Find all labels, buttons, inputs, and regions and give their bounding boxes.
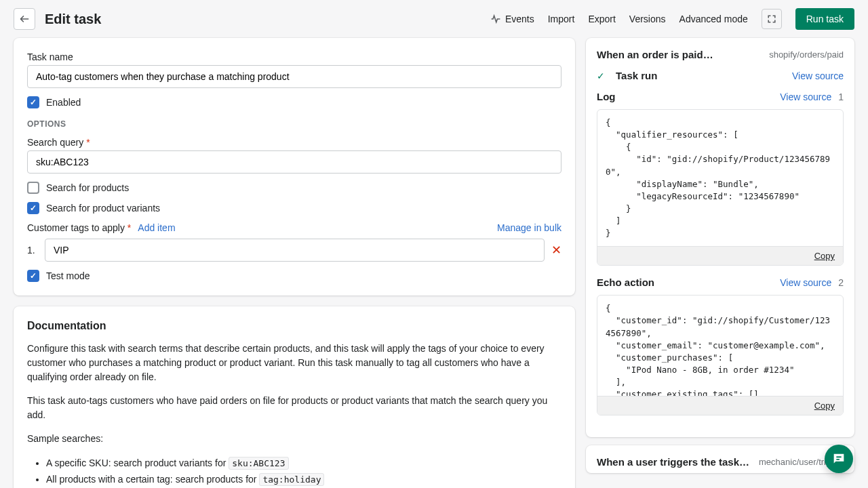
versions-link[interactable]: Versions bbox=[629, 14, 666, 24]
manage-bulk-link[interactable]: Manage in bulk bbox=[497, 222, 561, 233]
activity-icon bbox=[490, 14, 501, 24]
view-source-link[interactable]: View source bbox=[780, 277, 831, 288]
task-run-label: Task run bbox=[616, 70, 657, 81]
options-heading: OPTIONS bbox=[27, 119, 561, 129]
task-name-label: Task name bbox=[27, 52, 561, 62]
page-title: Edit task bbox=[45, 12, 101, 27]
copy-button[interactable]: Copy bbox=[814, 401, 835, 411]
help-button[interactable] bbox=[825, 445, 853, 473]
documentation-title: Documentation bbox=[27, 320, 561, 332]
trigger-title: When a user triggers the task… bbox=[597, 456, 749, 468]
echo-title: Echo action bbox=[597, 277, 654, 288]
arrow-left-icon bbox=[19, 14, 30, 24]
tags-label: Customer tags to apply * bbox=[27, 222, 131, 233]
advanced-mode-link[interactable]: Advanced mode bbox=[679, 14, 748, 24]
back-button[interactable] bbox=[14, 8, 35, 30]
remove-tag-button[interactable]: ✕ bbox=[551, 243, 561, 258]
tag-index: 1. bbox=[27, 245, 38, 256]
echo-code-block: { "customer_id": "gid://shopify/Customer… bbox=[597, 295, 844, 415]
view-source-link[interactable]: View source bbox=[780, 92, 831, 102]
log-code-block: { "qualifier_resources": [ { "id": "gid:… bbox=[597, 109, 844, 266]
log-body: { "qualifier_resources": [ { "id": "gid:… bbox=[597, 110, 843, 246]
trigger-path: shopify/orders/paid bbox=[769, 49, 844, 60]
expand-icon bbox=[766, 14, 777, 24]
test-mode-checkbox[interactable] bbox=[27, 270, 39, 282]
search-variants-label: Search for product variants bbox=[46, 203, 160, 214]
import-link[interactable]: Import bbox=[548, 14, 575, 24]
events-link[interactable]: Events bbox=[490, 14, 534, 24]
doc-paragraph: Configure this task with search terms th… bbox=[27, 342, 561, 384]
copy-button[interactable]: Copy bbox=[814, 251, 835, 261]
add-item-link[interactable]: Add item bbox=[138, 222, 175, 233]
expand-button[interactable] bbox=[762, 9, 782, 29]
doc-paragraph: This task auto-tags customers who have p… bbox=[27, 394, 561, 422]
check-icon: ✓ bbox=[597, 70, 608, 81]
export-link[interactable]: Export bbox=[588, 14, 615, 24]
enabled-checkbox[interactable] bbox=[27, 96, 39, 108]
chat-icon bbox=[831, 451, 846, 466]
doc-paragraph: Sample searches: bbox=[27, 432, 561, 446]
documentation-card: Documentation Configure this task with s… bbox=[14, 306, 575, 488]
trigger-card: When a user triggers the task… mechanic/… bbox=[586, 445, 854, 473]
trigger-title: When an order is paid… bbox=[597, 49, 713, 60]
view-source-link[interactable]: View source bbox=[792, 70, 844, 81]
doc-list-item: A specific SKU: search product variants … bbox=[46, 455, 561, 472]
search-query-input[interactable] bbox=[27, 150, 561, 174]
echo-count: 2 bbox=[838, 277, 844, 288]
task-form-card: Task name Enabled OPTIONS Search query *… bbox=[14, 38, 575, 296]
search-products-label: Search for products bbox=[46, 182, 129, 193]
log-title: Log bbox=[597, 91, 616, 102]
search-query-label: Search query * bbox=[27, 137, 561, 148]
doc-list-item: All products with a certain tag: search … bbox=[46, 472, 561, 488]
tag-row: 1. ✕ bbox=[27, 239, 561, 262]
enabled-label: Enabled bbox=[46, 97, 81, 108]
echo-body: { "customer_id": "gid://shopify/Customer… bbox=[597, 296, 843, 396]
task-name-input[interactable] bbox=[27, 65, 561, 88]
search-products-checkbox[interactable] bbox=[27, 182, 39, 194]
log-count: 1 bbox=[838, 92, 844, 102]
trigger-card: When an order is paid… shopify/orders/pa… bbox=[586, 38, 854, 437]
run-task-button[interactable]: Run task bbox=[795, 8, 854, 30]
search-variants-checkbox[interactable] bbox=[27, 202, 39, 214]
test-mode-label: Test mode bbox=[46, 270, 90, 281]
tag-input[interactable] bbox=[45, 239, 545, 262]
